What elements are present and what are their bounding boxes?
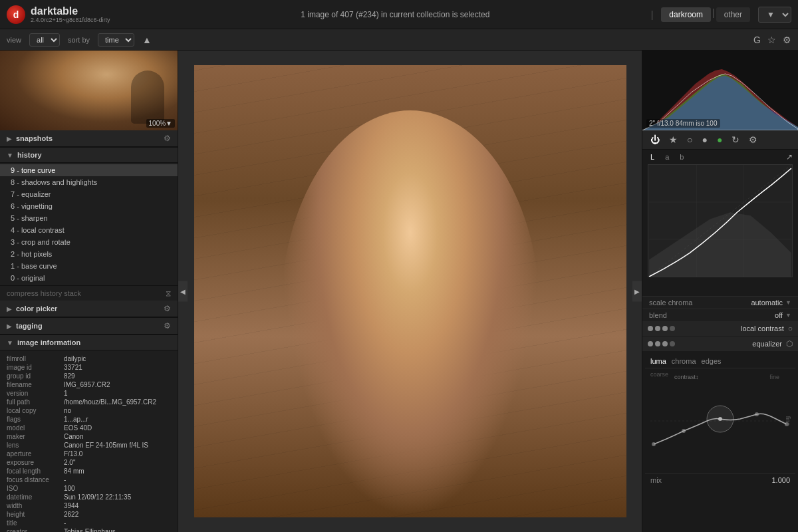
history-list: 9 - tone curve 8 - shadows and highlight… [0,163,178,285]
info-row-version: version 1 [7,389,171,398]
eq-dot-1[interactable] [648,341,653,346]
status-text: 1 image of 407 (#234) in current collect… [140,10,651,19]
right-panel-toggle[interactable]: ▶ [632,281,642,302]
left-panel-toggle[interactable]: ◀ [178,281,188,302]
history-compress-row: compress history stack ⧖ [0,285,178,301]
local-contrast-dots [648,326,675,331]
eq-dot-4[interactable] [670,341,675,346]
history-item[interactable]: 2 - hot pixels [0,248,178,260]
eq-graph[interactable]: coarse fine contrast↕ fine [648,371,793,471]
grid-icon[interactable]: G [753,35,761,45]
tab-a[interactable]: a [662,152,672,162]
info-row-imageid: image id 33721 [7,363,171,372]
tab-L[interactable]: L [648,152,657,162]
history-item[interactable]: 3 - crop and rotate [0,236,178,248]
info-row-lens: lens Canon EF 24-105mm f/4L IS [7,441,171,450]
curve-section: L a b ↗ [642,150,798,296]
scale-chroma-arrow: ▼ [785,299,791,306]
history-item[interactable]: 9 - tone curve [0,164,178,176]
color-circle-icon[interactable]: ● [714,133,725,146]
circle-icon[interactable]: ○ [684,133,695,146]
module-dot-4[interactable] [670,326,675,331]
svg-point-8 [718,417,722,421]
info-row-iso: ISO 100 [7,484,171,493]
module-tabs: darkroom | other [661,7,750,22]
local-contrast-icon[interactable]: ○ [788,324,793,333]
color-picker-section: ▶ color picker ⚙ [0,301,178,318]
top-bar: d darktable 2.4.0rc2+15~g8c81fd8c6-dirty… [0,0,798,29]
reset-icon[interactable]: ↻ [729,133,742,146]
equalizer-dots [648,341,675,346]
mix-label: mix [650,476,662,484]
equalizer-icon[interactable]: ⬡ [786,339,793,348]
info-row-filename: filename IMG_6957.CR2 [7,380,171,389]
local-contrast-module: local contrast ○ [642,321,798,336]
history-item[interactable]: 7 - equalizer [0,188,178,200]
image-info-header[interactable]: ▼ image information [0,335,178,350]
settings-icon[interactable]: ⚙ [746,133,760,146]
color-picker-gear-icon[interactable]: ⚙ [164,304,171,313]
eq-tab-luma[interactable]: luma [650,357,666,365]
equalizer-name: equalizer [679,340,782,348]
eq-dot-3[interactable] [662,341,668,346]
history-header[interactable]: ▼ history [0,148,178,163]
tab-darkroom[interactable]: darkroom [661,7,711,22]
info-row-exposure: exposure 2.0" [7,458,171,467]
app-name: darktable [31,6,110,17]
sort-asc-icon[interactable]: ▲ [142,35,152,45]
module-dropdown[interactable]: ▼ [758,7,791,23]
eq-svg [648,371,793,471]
view-select[interactable]: all [29,33,60,47]
info-row-flags: flags 1...ap...r [7,415,171,424]
module-dot-1[interactable] [648,326,653,331]
tagging-gear-icon[interactable]: ⚙ [164,321,171,331]
gear-icon[interactable]: ⚙ [783,35,791,45]
star-icon[interactable]: ☆ [767,35,776,45]
image-info-table: filmroll dailypic image id 33721 group i… [0,350,178,532]
module-dot-2[interactable] [655,326,660,331]
main-layout: 100%▼ ▶ snapshots ⚙ ▼ history 9 - tone c… [0,51,798,532]
power-icon[interactable]: ⏻ [648,133,662,146]
info-row-focallength: focal length 84 mm [7,467,171,475]
info-row-datetime: datetime Sun 12/09/12 22:11:35 [7,493,171,501]
history-title: history [17,151,171,159]
eq-dot-2[interactable] [655,341,660,346]
compress-icon[interactable]: ⧖ [166,289,171,298]
eq-tabs: luma chroma edges [645,354,795,368]
filled-circle-icon[interactable]: ● [699,133,710,146]
info-row-filmroll: filmroll dailypic [7,354,171,363]
exif-info: 2" f/13.0 84mm iso 100 [646,119,720,128]
snapshots-section: ▶ snapshots ⚙ [0,130,178,148]
mix-value: 1.000 [771,476,790,484]
tagging-header[interactable]: ▶ tagging ⚙ [0,318,178,334]
equalizer-area: luma chroma edges coarse fine contrast↕ … [642,352,798,532]
snapshots-gear-icon[interactable]: ⚙ [164,134,171,143]
history-item[interactable]: 8 - shadows and highlights [0,176,178,188]
blend-value[interactable]: off ▼ [775,311,791,319]
scale-chroma-value[interactable]: automatic ▼ [751,299,791,307]
curve-tabs: L a b ↗ [642,150,798,164]
history-item[interactable]: 5 - sharpen [0,212,178,224]
eq-tab-edges[interactable]: edges [702,357,722,365]
view-label: view [7,36,21,44]
color-picker-header[interactable]: ▶ color picker ⚙ [0,301,178,317]
history-item[interactable]: 1 - base curve [0,260,178,272]
snapshots-header[interactable]: ▶ snapshots ⚙ [0,130,178,147]
compress-label: compress history stack [7,289,81,297]
histogram: 2" f/13.0 84mm iso 100 [642,51,798,130]
scale-chroma-row: scale chroma automatic ▼ [642,296,798,309]
history-item[interactable]: 6 - vignetting [0,200,178,212]
info-row-title: title - [7,519,171,527]
tab-b[interactable]: b [677,152,686,162]
star-tool-icon[interactable]: ★ [666,133,680,146]
curve-expand-icon[interactable]: ↗ [786,152,793,162]
module-dot-3[interactable] [662,326,668,331]
curve-graph[interactable] [648,164,793,277]
eq-tab-chroma[interactable]: chroma [672,357,696,365]
history-item[interactable]: 0 - original [0,272,178,284]
sort-select[interactable]: time [98,33,134,47]
history-item[interactable]: 4 - local contrast [0,224,178,236]
tab-other[interactable]: other [716,7,750,22]
svg-point-10 [755,412,759,416]
zoom-level[interactable]: 100%▼ [146,119,175,128]
